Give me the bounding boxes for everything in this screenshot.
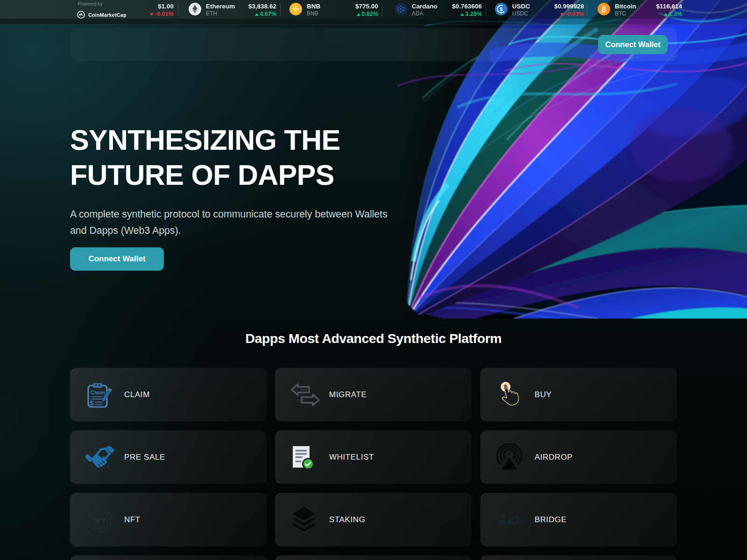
svg-text:$: $ [500, 7, 502, 12]
svg-text:NFT: NFT [93, 517, 106, 524]
svg-text:Claim: Claim [91, 390, 105, 395]
svg-text:$: $ [90, 399, 94, 406]
